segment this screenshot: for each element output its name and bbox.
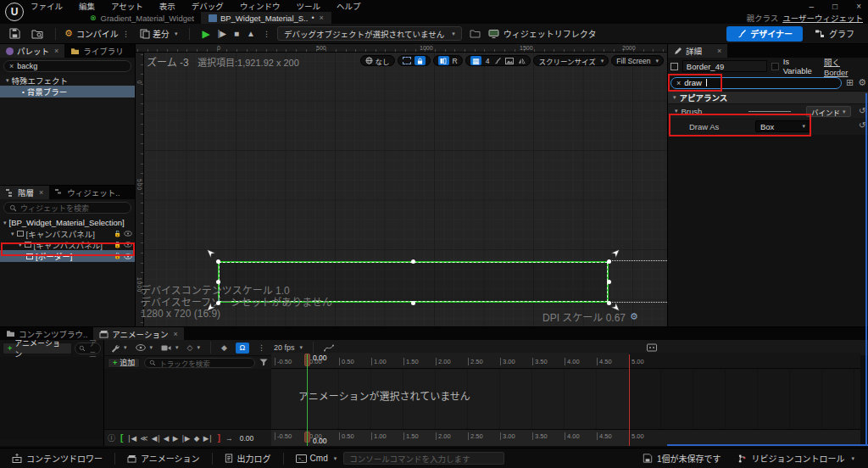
widget-name-field[interactable]: Border_49 xyxy=(682,60,767,72)
dpi-settings-gear-icon[interactable]: ⚙ xyxy=(630,311,638,322)
clear-search-icon[interactable]: × xyxy=(676,79,681,87)
menu-debug[interactable]: デバッグ xyxy=(192,0,224,12)
resize-handle-ml[interactable] xyxy=(216,280,220,284)
designer-viewport[interactable]: 0500100015002000 05001000 ズーム -3 選択項目:1,… xyxy=(136,44,667,326)
localization-preview-button[interactable]: なし xyxy=(360,55,395,66)
browse-debug-icon[interactable] xyxy=(470,29,481,38)
menu-asset[interactable]: アセット xyxy=(111,0,143,12)
play-options-icon[interactable]: ⋮ xyxy=(263,30,270,38)
resize-handle-tm[interactable] xyxy=(411,259,415,264)
unsaved-indicator[interactable]: 1個が未保存です xyxy=(634,452,730,465)
menu-tools[interactable]: ツール xyxy=(296,0,320,12)
palette-category[interactable]: ▾ 特殊エフェクト xyxy=(0,75,135,86)
sequencer-render-icon[interactable] xyxy=(647,343,657,352)
grid-snap-size[interactable]: 4 xyxy=(486,57,490,65)
widget-reflector-button[interactable]: ウィジェットリフレクタ xyxy=(488,27,597,40)
bind-dropdown[interactable]: バインド▾ xyxy=(806,106,851,117)
snap-magnet-icon[interactable]: Ω xyxy=(236,343,249,354)
playhead-line[interactable] xyxy=(307,354,308,446)
snap-options-icon[interactable]: ⋮ xyxy=(258,343,265,352)
details-view-options-icon[interactable]: ⊞ xyxy=(846,77,854,88)
section-appearance[interactable]: ▾ アピアランス xyxy=(668,91,868,103)
debug-object-dropdown[interactable]: デバッグオブジェクトが選択されていません ▾ xyxy=(277,26,462,41)
add-animation-button[interactable]: + アニメーション xyxy=(3,343,72,354)
details-close-icon[interactable]: × xyxy=(717,47,721,55)
menu-help[interactable]: ヘルプ xyxy=(337,0,361,12)
minimize-button[interactable]: – xyxy=(810,2,815,11)
menu-edit[interactable]: 編集 xyxy=(79,0,95,12)
range-end-line[interactable] xyxy=(629,354,630,446)
view-options-button[interactable]: ▾ xyxy=(136,344,153,351)
tab-palette[interactable]: パレット × xyxy=(0,44,64,58)
hierarchy-row-border[interactable]: [ボーダー] 🔓 xyxy=(0,250,135,262)
transport-buttons[interactable]: |◀ ≪ ◀| ◀ ▶ |▶ ◆ ▶| xyxy=(128,434,212,443)
eye-icon[interactable] xyxy=(124,231,132,237)
hierarchy-row-canvas1[interactable]: ▾ [キャンバスパネル] 🔓 xyxy=(0,228,135,239)
details-search-input[interactable]: × draw xyxy=(670,77,842,89)
maximize-button[interactable]: □ xyxy=(832,2,837,11)
draw-as-property-row[interactable]: Draw As Box▾ ↺ xyxy=(668,118,868,135)
animation-search-input[interactable]: アニ xyxy=(75,343,101,354)
asset-tab-active[interactable]: BP_Widget_Material_S.. • × xyxy=(201,12,331,24)
auto-key-icon[interactable]: ◆ xyxy=(221,343,227,352)
save-icon[interactable] xyxy=(9,28,20,39)
tab-hierarchy[interactable]: 階層 × xyxy=(0,186,49,199)
paint-icon[interactable] xyxy=(493,57,501,64)
tab-details[interactable]: 詳細 × xyxy=(668,44,727,58)
menu-view[interactable]: 表示 xyxy=(159,0,175,12)
palette-close-icon[interactable]: × xyxy=(54,47,58,55)
step-icon[interactable]: |▶ xyxy=(218,29,226,38)
hierarchy-search-input[interactable]: ウィジェットを検索 xyxy=(3,202,131,214)
keyframe-options-button[interactable]: ◇▾ xyxy=(187,343,200,352)
animation-close-icon[interactable]: × xyxy=(173,330,177,338)
play-icon[interactable]: ▶ xyxy=(202,28,209,40)
draw-as-dropdown[interactable]: Box▾ xyxy=(755,120,810,132)
palette-search-input[interactable]: × backg xyxy=(3,60,131,72)
browse-asset-icon[interactable] xyxy=(31,29,43,39)
add-track-button[interactable]: + 追加 xyxy=(108,358,140,368)
grid-snap-icon[interactable]: ▦ xyxy=(470,56,481,65)
curve-editor-icon[interactable] xyxy=(324,343,334,352)
info-icon[interactable]: ⓘ xyxy=(108,432,115,443)
revision-control-button[interactable]: リビジョンコントロール ▾ xyxy=(729,452,863,465)
range-start-bracket[interactable]: [ xyxy=(120,433,123,443)
lock-icon[interactable]: 🔓 xyxy=(114,231,121,237)
screen-size-dropdown[interactable]: スクリーンサイズ▾ xyxy=(533,55,609,66)
menu-window[interactable]: ウィンドウ xyxy=(240,0,281,12)
timeline-ruler-bottom[interactable]: 0.00 -0.500.000.501.001.502.002.503.003.… xyxy=(271,429,860,446)
respect-locks-button[interactable]: R xyxy=(453,57,458,65)
compile-button[interactable]: ⚙ コンパイル ⋮ xyxy=(64,27,130,40)
unreal-logo-icon[interactable]: U xyxy=(5,3,24,21)
parent-class-link[interactable]: ユーザーウィジェット xyxy=(782,12,863,24)
eye-icon[interactable] xyxy=(124,254,132,259)
hierarchy-row-root[interactable]: ▾ [BP_Widget_Material_Selection] xyxy=(0,217,135,228)
flip-icon[interactable] xyxy=(518,58,526,64)
lock-icon[interactable]: 🔓 xyxy=(114,242,121,248)
palette-item-background-blur[interactable]: • 背景ブラー xyxy=(0,86,135,98)
sequencer-options-button[interactable]: ▾ xyxy=(110,343,127,353)
statusbar-animation-button[interactable]: アニメーション xyxy=(120,452,207,465)
asset-tab-gradient[interactable]: ⊗ Gradient_Material_Widget xyxy=(83,12,201,24)
is-variable-checkbox[interactable] xyxy=(771,63,779,70)
fps-dropdown[interactable]: 20 fps▾ xyxy=(274,343,303,352)
lock-widget-icon[interactable] xyxy=(415,56,426,65)
loop-toggle-icon[interactable]: → xyxy=(225,434,233,443)
image-icon[interactable] xyxy=(505,58,514,64)
camera-options-button[interactable]: ▾ xyxy=(161,344,179,352)
tab-close-icon[interactable]: × xyxy=(320,14,324,22)
cmd-dropdown[interactable]: >_ Cmd ▾ xyxy=(289,454,344,463)
fill-screen-dropdown[interactable]: Fill Screen▾ xyxy=(611,55,664,66)
tab-library[interactable]: ライブラリ xyxy=(64,44,130,58)
range-end-bracket[interactable]: ] xyxy=(217,433,220,443)
tab-widget-details[interactable]: ウィジェット.. xyxy=(49,186,125,199)
marquee-select-icon[interactable] xyxy=(403,57,411,64)
diff-button[interactable]: 差分 ▾ xyxy=(140,27,178,40)
designer-button[interactable]: デザイナー xyxy=(726,26,803,42)
clear-search-icon[interactable]: × xyxy=(9,62,14,70)
resize-handle-bm[interactable] xyxy=(411,301,415,305)
resize-handle-mr[interactable] xyxy=(607,280,611,284)
close-button[interactable]: × xyxy=(856,2,861,11)
brush-property-row[interactable]: ▾ Brush バインド▾ ↺ xyxy=(668,103,868,118)
output-log-button[interactable]: 出力ログ xyxy=(218,452,278,465)
filter-funnel-icon[interactable] xyxy=(259,359,268,366)
